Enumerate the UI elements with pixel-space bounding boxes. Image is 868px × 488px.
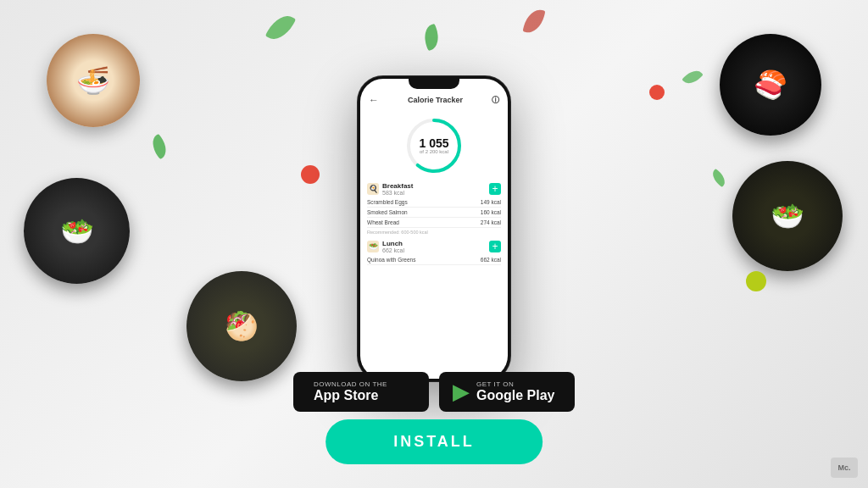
google-play-small-label: GET IT ON [476,380,554,388]
meal-header-breakfast: 🍳 Breakfast 583 kcal + [367,182,501,196]
phone-frame: ← Calorie Tracker ⓘ 1 055 of 2 200 kcal [358,76,510,381]
tomato-decoration [649,85,665,100]
meal-header-lunch: 🥗 Lunch 662 kcal + [367,240,501,253]
quinoa-name: Quinoa with Greens [367,257,415,263]
app-store-large-label: App Store [314,388,387,403]
meal-item-wheat-bread: Wheat Bread 274 kcal [367,218,501,228]
meal-title-group: 🍳 Breakfast 583 kcal [367,182,413,196]
wheat-bread-name: Wheat Bread [367,219,399,225]
calorie-number-area: 1 055 of 2 200 kcal [419,137,448,154]
meal-item-quinoa: Quinoa with Greens 662 kcal [367,255,501,265]
google-play-text: GET IT ON Google Play [476,380,554,403]
meal-item-smoked-salmon: Smoked Salmon 160 kcal [367,208,501,218]
meal-section-breakfast: 🍳 Breakfast 583 kcal + Scrambled Eggs 14… [367,182,501,235]
food-bowl-tuna: 🍣 [720,34,821,136]
calorie-display-area: 1 055 of 2 200 kcal [360,111,508,180]
phone-mockup: ← Calorie Tracker ⓘ 1 055 of 2 200 kcal [358,76,510,381]
calorie-number: 1 055 [419,137,448,149]
lunch-add-button[interactable]: + [489,241,501,252]
google-play-large-label: Google Play [476,388,554,403]
breakfast-icon: 🍳 [367,183,379,195]
lunch-name: Lunch [382,240,404,247]
quinoa-kcal: 662 kcal [481,257,501,263]
food-bowl-salad-right: 🥗 [732,161,843,271]
calorie-circle: 1 055 of 2 200 kcal [404,116,464,175]
breakfast-kcal: 583 kcal [382,190,413,196]
google-play-badge[interactable]: ▶ GET IT ON Google Play [439,372,575,412]
lime-decoration [746,271,766,291]
lunch-title-info: Lunch 662 kcal [382,240,404,253]
wheat-bread-kcal: 274 kcal [481,219,501,225]
install-button[interactable]: INSTALL [326,419,542,464]
tomato-decoration [301,165,320,184]
smoked-salmon-name: Smoked Salmon [367,209,408,215]
store-badges-container: Download on the App Store ▶ GET IT ON Go… [293,372,575,412]
scrambled-eggs-name: Scrambled Eggs [367,199,408,205]
lunch-icon: 🥗 [367,241,379,252]
app-store-small-label: Download on the [314,380,387,388]
app-store-badge[interactable]: Download on the App Store [293,372,429,412]
breakfast-add-button[interactable]: + [489,183,501,195]
app-store-text: Download on the App Store [314,380,387,403]
google-play-icon: ▶ [453,379,470,405]
breakfast-name: Breakfast [382,182,413,190]
food-bowl-salad-left: 🥗 [24,178,130,284]
info-icon: ⓘ [492,95,499,106]
scrambled-eggs-kcal: 149 kcal [481,199,501,205]
meal-section-lunch: 🥗 Lunch 662 kcal + Quinoa with Greens 66… [367,240,501,265]
phone-notch [409,79,459,89]
food-bowl-salad-bottom: 🥙 [186,271,297,381]
lunch-title-group: 🥗 Lunch 662 kcal [367,240,404,253]
phone-screen: ← Calorie Tracker ⓘ 1 055 of 2 200 kcal [360,79,508,379]
meal-item-scrambled-eggs: Scrambled Eggs 149 kcal [367,197,501,208]
watermark: Mc. [831,458,858,478]
meal-title-info: Breakfast 583 kcal [382,182,413,196]
smoked-salmon-kcal: 160 kcal [481,209,501,215]
back-icon: ← [369,94,379,106]
food-bowl-salmon: 🍜 [47,34,140,127]
meals-list: 🍳 Breakfast 583 kcal + Scrambled Eggs 14… [360,180,508,379]
lunch-kcal: 662 kcal [382,247,404,253]
calorie-of-label: of 2 200 kcal [419,149,448,154]
phone-app-title: Calorie Tracker [408,96,463,104]
recommended-label: Recommended: 600-500 kcal [367,230,501,235]
